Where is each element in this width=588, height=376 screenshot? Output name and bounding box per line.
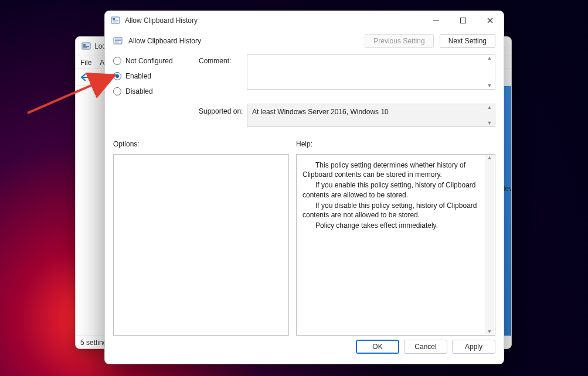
- menu-file[interactable]: File: [80, 59, 91, 67]
- radio-enabled[interactable]: Enabled: [113, 72, 195, 80]
- back-status-text: 5 setting: [80, 339, 107, 347]
- cancel-button[interactable]: Cancel: [404, 340, 447, 354]
- dialog-footer: OK Cancel Apply: [105, 336, 504, 364]
- apply-button[interactable]: Apply: [452, 340, 495, 354]
- supported-on-value: At least Windows Server 2016, Windows 10: [252, 108, 389, 116]
- svg-rect-2: [83, 46, 89, 47]
- svg-rect-12: [115, 40, 121, 41]
- dialog-title: Allow Clipboard History: [125, 16, 198, 25]
- options-label: Options:: [113, 140, 289, 148]
- dialog-header: Allow Clipboard History Previous Setting…: [105, 30, 504, 52]
- dialog-body: Not Configured Enabled Disabled Comment:…: [105, 52, 504, 336]
- radio-dot-icon: [113, 72, 121, 80]
- svg-rect-9: [461, 18, 466, 23]
- window-buttons: [423, 11, 504, 30]
- svg-rect-6: [113, 20, 118, 21]
- next-setting-button[interactable]: Next Setting: [440, 34, 495, 48]
- radio-disabled[interactable]: Disabled: [113, 87, 195, 95]
- svg-rect-8: [433, 20, 439, 21]
- comment-textarea[interactable]: ▲ ▼: [247, 54, 495, 90]
- svg-rect-5: [113, 18, 115, 20]
- comment-label: Comment:: [199, 54, 243, 65]
- back-selection-strip: [503, 86, 511, 336]
- help-paragraph: If you disable this policy setting, hist…: [303, 201, 484, 220]
- radio-dot-icon: [113, 57, 121, 65]
- options-pane: [113, 154, 289, 336]
- svg-rect-13: [115, 42, 118, 42]
- dialog-titlebar[interactable]: Allow Clipboard History: [105, 11, 504, 30]
- svg-rect-3: [83, 47, 87, 48]
- help-paragraph: This policy setting determines whether h…: [303, 160, 484, 179]
- scroll-down-icon[interactable]: ▼: [487, 329, 492, 334]
- policy-dialog: Allow Clipboard History Allow Clipboard …: [104, 11, 504, 364]
- scroll-up-icon[interactable]: ▲: [487, 105, 492, 110]
- supported-scrollbar[interactable]: ▲ ▼: [485, 105, 494, 126]
- back-nav-forward-icon[interactable]: [92, 72, 103, 83]
- previous-setting-button: Previous Setting: [365, 34, 433, 48]
- svg-rect-4: [111, 17, 120, 23]
- gpedit-icon: [81, 42, 91, 51]
- radio-not-configured-label: Not Configured: [125, 57, 173, 65]
- help-pane: This policy setting determines whether h…: [296, 154, 495, 336]
- svg-rect-7: [113, 22, 117, 22]
- policy-heading-icon: [113, 36, 123, 46]
- dialog-heading: Allow Clipboard History: [128, 37, 201, 45]
- svg-rect-11: [115, 39, 121, 39]
- radio-enabled-label: Enabled: [125, 72, 151, 80]
- help-paragraph: Policy change takes effect immediately.: [303, 221, 484, 230]
- supported-on-label: Supported on:: [199, 104, 243, 115]
- scroll-up-icon[interactable]: ▲: [487, 56, 492, 61]
- radio-not-configured[interactable]: Not Configured: [113, 57, 195, 65]
- svg-rect-0: [82, 43, 90, 49]
- minimize-button[interactable]: [423, 11, 450, 30]
- back-nav-back-icon[interactable]: [79, 72, 90, 83]
- help-label: Help:: [296, 140, 495, 148]
- scroll-down-icon[interactable]: ▼: [487, 121, 492, 126]
- close-button[interactable]: [477, 11, 504, 30]
- scroll-down-icon[interactable]: ▼: [487, 83, 492, 88]
- policy-icon: [111, 16, 120, 25]
- ok-button[interactable]: OK: [356, 340, 399, 354]
- scroll-up-icon[interactable]: ▲: [487, 155, 492, 160]
- state-radio-group: Not Configured Enabled Disabled: [113, 54, 195, 95]
- maximize-button[interactable]: [450, 11, 477, 30]
- supported-on-box: At least Windows Server 2016, Windows 10…: [247, 104, 495, 127]
- radio-disabled-label: Disabled: [125, 87, 153, 95]
- help-scrollbar[interactable]: ▲ ▼: [485, 155, 494, 334]
- svg-rect-1: [83, 44, 86, 46]
- comment-scrollbar[interactable]: ▲ ▼: [485, 56, 494, 88]
- help-paragraph: If you enable this policy setting, histo…: [303, 180, 484, 199]
- radio-dot-icon: [113, 87, 121, 95]
